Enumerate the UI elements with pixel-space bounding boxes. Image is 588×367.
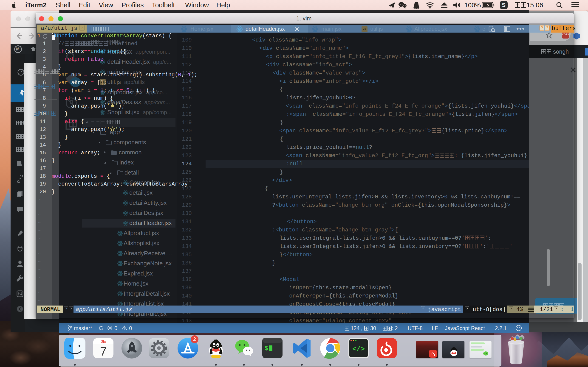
svg-text:3: 3 bbox=[101, 340, 103, 343]
svg-text:$: $ bbox=[265, 345, 268, 352]
svg-text:7: 7 bbox=[100, 345, 107, 358]
svg-text:</>: </> bbox=[352, 345, 365, 353]
